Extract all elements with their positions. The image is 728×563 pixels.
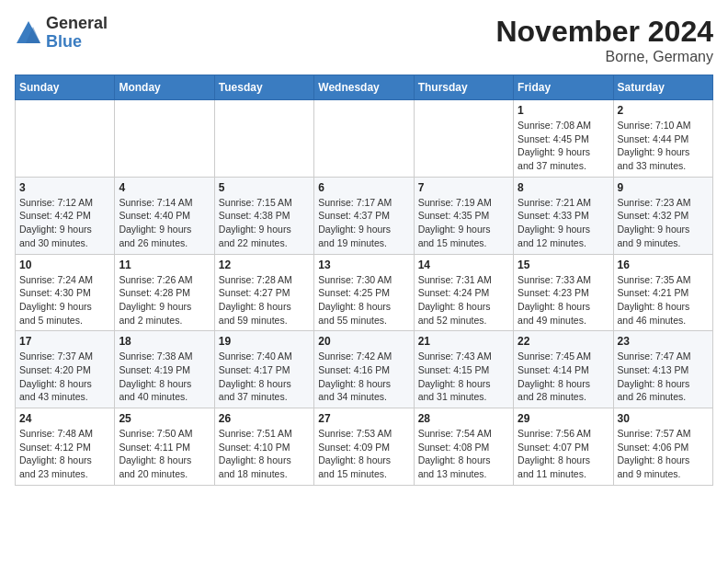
day-info: Sunrise: 7:43 AM Sunset: 4:15 PM Dayligh… <box>418 350 509 404</box>
calendar-cell: 5Sunrise: 7:15 AM Sunset: 4:38 PM Daylig… <box>214 177 313 254</box>
calendar-cell: 28Sunrise: 7:54 AM Sunset: 4:08 PM Dayli… <box>414 408 513 486</box>
day-info: Sunrise: 7:45 AM Sunset: 4:14 PM Dayligh… <box>518 350 609 404</box>
calendar-cell: 13Sunrise: 7:30 AM Sunset: 4:25 PM Dayli… <box>314 254 414 331</box>
calendar-week-row: 1Sunrise: 7:08 AM Sunset: 4:45 PM Daylig… <box>16 100 713 178</box>
day-info: Sunrise: 7:30 AM Sunset: 4:25 PM Dayligh… <box>318 273 409 327</box>
calendar-cell: 22Sunrise: 7:45 AM Sunset: 4:14 PM Dayli… <box>514 331 613 408</box>
calendar-cell <box>314 100 414 178</box>
calendar-cell: 10Sunrise: 7:24 AM Sunset: 4:30 PM Dayli… <box>16 254 115 331</box>
day-info: Sunrise: 7:51 AM Sunset: 4:10 PM Dayligh… <box>219 427 310 481</box>
day-info: Sunrise: 7:12 AM Sunset: 4:42 PM Dayligh… <box>19 196 110 250</box>
calendar-week-row: 10Sunrise: 7:24 AM Sunset: 4:30 PM Dayli… <box>16 254 713 331</box>
day-info: Sunrise: 7:23 AM Sunset: 4:32 PM Dayligh… <box>618 196 709 250</box>
day-info: Sunrise: 7:40 AM Sunset: 4:17 PM Dayligh… <box>219 350 310 404</box>
calendar-cell: 14Sunrise: 7:31 AM Sunset: 4:24 PM Dayli… <box>414 254 513 331</box>
calendar-header: SundayMondayTuesdayWednesdayThursdayFrid… <box>16 75 713 100</box>
calendar-cell: 4Sunrise: 7:14 AM Sunset: 4:40 PM Daylig… <box>115 177 214 254</box>
day-number: 29 <box>518 412 609 425</box>
day-info: Sunrise: 7:50 AM Sunset: 4:11 PM Dayligh… <box>119 427 210 481</box>
day-info: Sunrise: 7:08 AM Sunset: 4:45 PM Dayligh… <box>518 119 609 173</box>
day-number: 2 <box>618 104 709 117</box>
weekday-header-saturday: Saturday <box>613 75 712 100</box>
day-info: Sunrise: 7:56 AM Sunset: 4:07 PM Dayligh… <box>518 427 609 481</box>
logo-text: General Blue <box>46 15 108 52</box>
day-info: Sunrise: 7:33 AM Sunset: 4:23 PM Dayligh… <box>518 273 609 327</box>
title-block: November 2024 Borne, Germany <box>495 15 713 65</box>
calendar-cell: 7Sunrise: 7:19 AM Sunset: 4:35 PM Daylig… <box>414 177 513 254</box>
day-info: Sunrise: 7:28 AM Sunset: 4:27 PM Dayligh… <box>219 273 310 327</box>
weekday-header-thursday: Thursday <box>414 75 513 100</box>
day-number: 10 <box>19 259 110 271</box>
weekday-header-monday: Monday <box>115 75 214 100</box>
calendar-subtitle: Borne, Germany <box>495 49 713 65</box>
calendar-cell <box>115 100 214 178</box>
day-info: Sunrise: 7:42 AM Sunset: 4:16 PM Dayligh… <box>318 350 409 404</box>
day-number: 18 <box>119 335 210 348</box>
day-info: Sunrise: 7:14 AM Sunset: 4:40 PM Dayligh… <box>119 196 210 250</box>
logo-icon <box>15 19 42 47</box>
day-info: Sunrise: 7:19 AM Sunset: 4:35 PM Dayligh… <box>418 196 509 250</box>
day-number: 5 <box>219 181 310 194</box>
day-number: 8 <box>518 181 609 194</box>
weekday-header-sunday: Sunday <box>16 75 115 100</box>
weekday-header-tuesday: Tuesday <box>214 75 313 100</box>
calendar-cell: 26Sunrise: 7:51 AM Sunset: 4:10 PM Dayli… <box>214 408 313 486</box>
day-info: Sunrise: 7:38 AM Sunset: 4:19 PM Dayligh… <box>119 350 210 404</box>
day-number: 12 <box>219 259 310 271</box>
day-number: 30 <box>618 412 709 425</box>
logo: General Blue <box>15 15 108 52</box>
day-number: 14 <box>418 259 509 271</box>
calendar-cell: 12Sunrise: 7:28 AM Sunset: 4:27 PM Dayli… <box>214 254 313 331</box>
day-number: 4 <box>119 181 210 194</box>
calendar-cell: 2Sunrise: 7:10 AM Sunset: 4:44 PM Daylig… <box>613 100 712 178</box>
day-info: Sunrise: 7:35 AM Sunset: 4:21 PM Dayligh… <box>618 273 709 327</box>
calendar-cell: 16Sunrise: 7:35 AM Sunset: 4:21 PM Dayli… <box>613 254 712 331</box>
day-number: 20 <box>318 335 409 348</box>
day-number: 3 <box>19 181 110 194</box>
calendar-cell: 15Sunrise: 7:33 AM Sunset: 4:23 PM Dayli… <box>514 254 613 331</box>
calendar-body: 1Sunrise: 7:08 AM Sunset: 4:45 PM Daylig… <box>16 100 713 486</box>
calendar-cell: 19Sunrise: 7:40 AM Sunset: 4:17 PM Dayli… <box>214 331 313 408</box>
calendar-cell: 9Sunrise: 7:23 AM Sunset: 4:32 PM Daylig… <box>613 177 712 254</box>
day-number: 9 <box>618 181 709 194</box>
calendar-table: SundayMondayTuesdayWednesdayThursdayFrid… <box>15 75 713 486</box>
day-info: Sunrise: 7:26 AM Sunset: 4:28 PM Dayligh… <box>119 273 210 327</box>
logo-line2: Blue <box>46 33 108 52</box>
calendar-cell: 23Sunrise: 7:47 AM Sunset: 4:13 PM Dayli… <box>613 331 712 408</box>
day-info: Sunrise: 7:54 AM Sunset: 4:08 PM Dayligh… <box>418 427 509 481</box>
calendar-cell: 24Sunrise: 7:48 AM Sunset: 4:12 PM Dayli… <box>16 408 115 486</box>
day-number: 26 <box>219 412 310 425</box>
day-number: 21 <box>418 335 509 348</box>
calendar-cell: 25Sunrise: 7:50 AM Sunset: 4:11 PM Dayli… <box>115 408 214 486</box>
calendar-cell: 21Sunrise: 7:43 AM Sunset: 4:15 PM Dayli… <box>414 331 513 408</box>
day-number: 22 <box>518 335 609 348</box>
calendar-cell: 3Sunrise: 7:12 AM Sunset: 4:42 PM Daylig… <box>16 177 115 254</box>
day-number: 23 <box>618 335 709 348</box>
calendar-cell: 20Sunrise: 7:42 AM Sunset: 4:16 PM Dayli… <box>314 331 414 408</box>
day-info: Sunrise: 7:21 AM Sunset: 4:33 PM Dayligh… <box>518 196 609 250</box>
day-number: 16 <box>618 259 709 271</box>
calendar-title: November 2024 <box>495 15 713 49</box>
day-number: 13 <box>318 259 409 271</box>
calendar-cell: 8Sunrise: 7:21 AM Sunset: 4:33 PM Daylig… <box>514 177 613 254</box>
calendar-cell: 1Sunrise: 7:08 AM Sunset: 4:45 PM Daylig… <box>514 100 613 178</box>
day-number: 15 <box>518 259 609 271</box>
day-info: Sunrise: 7:17 AM Sunset: 4:37 PM Dayligh… <box>318 196 409 250</box>
calendar-week-row: 24Sunrise: 7:48 AM Sunset: 4:12 PM Dayli… <box>16 408 713 486</box>
day-info: Sunrise: 7:24 AM Sunset: 4:30 PM Dayligh… <box>19 273 110 327</box>
day-number: 11 <box>119 259 210 271</box>
day-number: 17 <box>19 335 110 348</box>
day-info: Sunrise: 7:47 AM Sunset: 4:13 PM Dayligh… <box>618 350 709 404</box>
day-number: 1 <box>518 104 609 117</box>
calendar-cell: 6Sunrise: 7:17 AM Sunset: 4:37 PM Daylig… <box>314 177 414 254</box>
day-info: Sunrise: 7:31 AM Sunset: 4:24 PM Dayligh… <box>418 273 509 327</box>
day-number: 28 <box>418 412 509 425</box>
calendar-cell: 30Sunrise: 7:57 AM Sunset: 4:06 PM Dayli… <box>613 408 712 486</box>
calendar-cell <box>214 100 313 178</box>
calendar-cell: 27Sunrise: 7:53 AM Sunset: 4:09 PM Dayli… <box>314 408 414 486</box>
day-info: Sunrise: 7:37 AM Sunset: 4:20 PM Dayligh… <box>19 350 110 404</box>
calendar-cell <box>414 100 513 178</box>
calendar-week-row: 17Sunrise: 7:37 AM Sunset: 4:20 PM Dayli… <box>16 331 713 408</box>
calendar-cell <box>16 100 115 178</box>
day-number: 24 <box>19 412 110 425</box>
